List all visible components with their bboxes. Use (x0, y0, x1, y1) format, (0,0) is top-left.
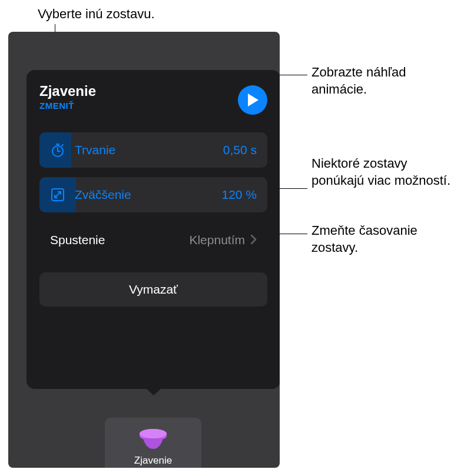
duration-label: Trvanie (75, 143, 223, 157)
svg-rect-3 (56, 144, 59, 145)
scale-row[interactable]: Zväčšenie 120 % (39, 177, 267, 212)
scale-value: 120 % (221, 188, 257, 202)
duration-row[interactable]: Trvanie 0,50 s (39, 132, 267, 168)
callout-options: Niektoré zostavy ponúkajú viac možností. (311, 155, 454, 189)
change-link[interactable]: ZMENIŤ (39, 101, 96, 111)
animation-title: Zjavenie (39, 83, 96, 99)
svg-line-4 (62, 145, 63, 146)
animation-popover: Zjavenie ZMENIŤ (26, 70, 280, 389)
callout-preview: Zobrazte náhľad animácie. (311, 64, 454, 98)
callout-change: Vyberte inú zostavu. (38, 6, 155, 23)
popover-header: Zjavenie ZMENIŤ (39, 83, 267, 115)
thumbnail-title: Zjavenie (134, 455, 172, 467)
animation-thumbnail[interactable]: Zjavenie Akcia (105, 418, 201, 468)
header-text: Zjavenie ZMENIŤ (39, 83, 96, 111)
start-label: Spustenie (50, 233, 189, 247)
transition-icon (140, 429, 167, 450)
thumbnail-subtitle: Akcia (141, 467, 164, 468)
start-row[interactable]: Spustenie Klepnutím (39, 222, 267, 258)
duration-value: 0,50 s (223, 143, 257, 157)
expand-icon (50, 187, 65, 202)
row-content: Trvanie 0,50 s (50, 142, 257, 158)
delete-button[interactable]: Vymazať (39, 272, 267, 307)
callout-timing: Zmeňte časovanie zostavy. (311, 222, 454, 256)
row-content: Zväčšenie 120 % (50, 187, 257, 202)
start-value: Klepnutím (189, 233, 245, 247)
scale-label: Zväčšenie (75, 188, 221, 202)
timer-icon (50, 142, 65, 158)
chevron-right-icon (251, 232, 257, 248)
settings-panel: Zjavenie ZMENIŤ (8, 32, 280, 468)
play-icon (248, 94, 260, 106)
svg-point-6 (140, 429, 167, 438)
preview-play-button[interactable] (238, 85, 267, 115)
